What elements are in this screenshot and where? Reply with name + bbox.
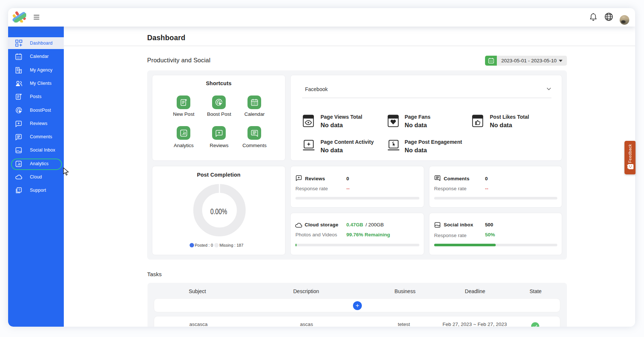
svg-text:?: ? — [18, 188, 20, 192]
